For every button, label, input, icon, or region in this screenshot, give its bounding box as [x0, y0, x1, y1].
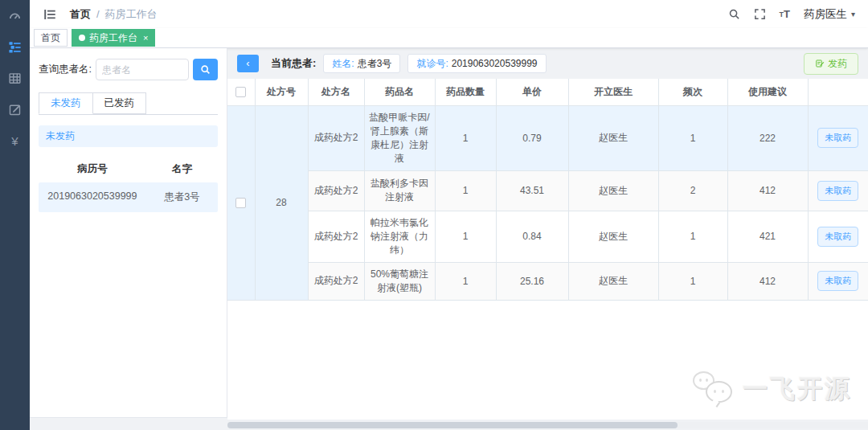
user-menu[interactable]: 药房医生 ▾ [804, 7, 855, 22]
header-rx-no: 处方号 [255, 79, 308, 105]
patient-search-panel: 查询患者名: 未发药 已发药 未发药 病历号 名字 20190630205399… [30, 48, 227, 418]
status-banner: 未发药 [39, 125, 218, 147]
breadcrumb: 首页 / 药房工作台 [70, 7, 158, 22]
money-yen-icon[interactable]: ¥ [8, 133, 23, 148]
patient-list: 2019063020539999患者3号 [39, 182, 218, 212]
main-content: 查询患者名: 未发药 已发药 未发药 病历号 名字 20190630205399… [30, 48, 868, 430]
tags-view: 首页 药房工作台 × [30, 28, 868, 48]
watermark-text: 一飞开源 [743, 372, 852, 406]
action-cell: 未取药 [808, 105, 868, 170]
dashboard-icon[interactable] [8, 8, 23, 23]
unit-price-cell: 25.16 [496, 262, 568, 300]
close-icon[interactable]: × [143, 33, 148, 43]
tab-not-dispensed[interactable]: 未发药 [39, 92, 93, 114]
user-name: 药房医生 [804, 7, 847, 22]
doctor-cell: 赵医生 [568, 262, 658, 300]
pharmacy-workbench-icon[interactable] [8, 39, 23, 54]
not-taken-button[interactable]: 未取药 [817, 271, 858, 291]
dispense-button[interactable]: 发药 [804, 53, 858, 75]
patient-name-input[interactable] [96, 59, 189, 80]
usage-advice-cell: 412 [727, 262, 808, 300]
breadcrumb-separator: / [96, 8, 100, 20]
current-patient-bar: ‹ 当前患者: 姓名: 患者3号 就诊号: 2019063020539999 [227, 48, 868, 79]
chat-bubbles-logo-icon [693, 371, 735, 407]
frequency-cell: 1 [658, 262, 727, 300]
font-size-icon[interactable]: TT [780, 8, 790, 20]
row-select-checkbox[interactable] [235, 198, 246, 208]
prescription-name-cell: 成药处方2 [308, 105, 364, 170]
prescription-no-cell: 28 [255, 105, 308, 300]
header-usage-advice: 使用建议 [727, 79, 808, 105]
collapse-panel-button[interactable]: ‹ [237, 55, 259, 72]
scrollbar-thumb[interactable] [227, 422, 678, 428]
dispense-icon [815, 59, 825, 68]
prescription-area: ‹ 当前患者: 姓名: 患者3号 就诊号: 2019063020539999 [227, 48, 868, 430]
patient-search-row: 查询患者名: [39, 59, 218, 80]
not-taken-button[interactable]: 未取药 [817, 227, 858, 247]
patient-name: 患者3号 [146, 190, 218, 204]
form-edit-icon[interactable] [8, 102, 23, 117]
visit-value: 2019063020539999 [452, 58, 538, 69]
action-cell: 未取药 [808, 170, 868, 211]
header-doctor: 开立医生 [568, 79, 658, 105]
chevron-down-icon: ▾ [851, 10, 855, 18]
navbar-tools: TT 药房医生 ▾ [728, 7, 855, 22]
active-dot-icon [79, 35, 85, 41]
rx-table-row: 成药处方250%葡萄糖注射液(塑瓶)125.16赵医生1412未取药 [227, 262, 868, 300]
frequency-cell: 1 [658, 105, 727, 170]
unit-price-cell: 0.84 [496, 211, 568, 262]
tag-home[interactable]: 首页 [34, 29, 68, 47]
watermark: 一飞开源 [693, 371, 852, 407]
dispense-status-tabs: 未发药 已发药 [39, 92, 218, 115]
rx-table-row: 成药处方2帕拉米韦氯化钠注射液（力纬）10.84赵医生1421未取药 [227, 211, 868, 262]
tag-pharmacy-label: 药房工作台 [89, 31, 137, 45]
frequency-cell: 2 [658, 170, 727, 211]
drug-name-cell: 盐酸利多卡因注射液 [364, 170, 435, 211]
patient-list-header: 病历号 名字 [39, 155, 218, 182]
breadcrumb-current: 药房工作台 [105, 7, 158, 22]
usage-advice-cell: 421 [727, 211, 808, 262]
prescription-table-card: 处方号 处方名 药品名 药品数量 单价 开立医生 频次 使用建议 28成药处方2… [227, 79, 868, 420]
rx-table-row: 28成药处方2盐酸甲哌卡因/肾上腺素（斯康杜尼）注射液10.79赵医生1222未… [227, 105, 868, 170]
patient-list-item[interactable]: 2019063020539999患者3号 [39, 182, 218, 212]
select-all-checkbox[interactable] [235, 87, 246, 97]
action-cell: 未取药 [808, 262, 868, 300]
usage-advice-cell: 222 [727, 105, 808, 170]
frequency-cell: 1 [658, 211, 727, 262]
name-label: 姓名: [332, 57, 354, 71]
top-navbar: 首页 / 药房工作台 TT 药房医生 ▾ [30, 0, 868, 28]
rx-table-row: 成药处方2盐酸利多卡因注射液143.51赵医生2412未取药 [227, 170, 868, 211]
prescription-name-cell: 成药处方2 [308, 170, 364, 211]
drug-name-cell: 帕拉米韦氯化钠注射液（力纬） [364, 211, 435, 262]
app-sidebar: ¥ [0, 0, 30, 430]
name-value: 患者3号 [358, 57, 392, 71]
header-action [808, 79, 868, 105]
doctor-cell: 赵医生 [568, 211, 658, 262]
search-button[interactable] [193, 59, 218, 80]
fullscreen-icon[interactable] [754, 8, 766, 20]
doctor-cell: 赵医生 [568, 105, 658, 170]
col-record-no: 病历号 [39, 162, 146, 176]
unit-price-cell: 0.79 [496, 105, 568, 170]
tag-pharmacy-workbench[interactable]: 药房工作台 × [72, 29, 155, 47]
search-icon [200, 64, 211, 75]
search-icon[interactable] [728, 8, 740, 20]
breadcrumb-home[interactable]: 首页 [70, 7, 91, 22]
header-rx-name: 处方名 [308, 79, 364, 105]
header-unit-price: 单价 [496, 79, 568, 105]
prescription-name-cell: 成药处方2 [308, 211, 364, 262]
current-patient-label: 当前患者: [271, 56, 316, 71]
search-label: 查询患者名: [39, 63, 92, 76]
pharmacy-workbench-app: ¥ 首页 / 药房工作台 [0, 0, 868, 430]
sidebar-toggle-icon[interactable] [43, 7, 57, 22]
action-cell: 未取药 [808, 211, 868, 262]
usage-advice-cell: 412 [727, 170, 808, 211]
horizontal-scrollbar [227, 422, 868, 428]
col-name: 名字 [146, 162, 218, 176]
tab-dispensed[interactable]: 已发药 [93, 92, 147, 114]
table-icon[interactable] [8, 71, 23, 85]
not-taken-button[interactable]: 未取药 [817, 181, 858, 201]
quantity-cell: 1 [435, 105, 496, 170]
not-taken-button[interactable]: 未取药 [817, 128, 858, 148]
visit-label: 就诊号: [416, 57, 448, 71]
